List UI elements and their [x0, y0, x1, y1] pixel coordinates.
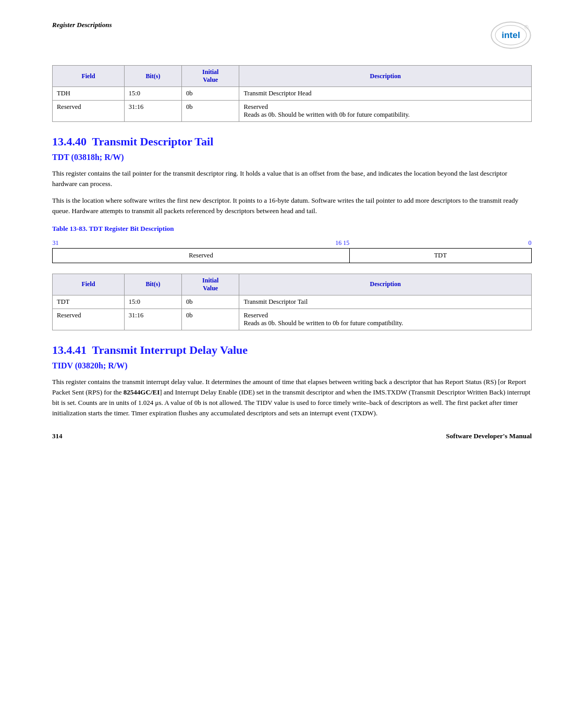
bit-label-0: 0: [349, 236, 531, 249]
bit-cell-reserved: Reserved: [53, 248, 350, 263]
svg-text:intel: intel: [501, 30, 520, 40]
col-header-desc-2: Description: [239, 274, 532, 295]
cell-desc: Transmit Descriptor Head: [239, 87, 532, 101]
bit-cell-tdt: TDT: [349, 248, 531, 263]
cell-desc: ReservedReads as 0b. Should be written w…: [239, 101, 532, 122]
cell-field: TDH: [53, 87, 125, 101]
header-title: Register Descriptions: [52, 21, 112, 29]
col-header-bits: Bit(s): [124, 66, 181, 87]
cell-desc: Transmit Descriptor Tail: [239, 295, 532, 309]
bit-diagram-tdt: 31 16 15 0 Reserved TDT: [52, 236, 532, 263]
cell-field: Reserved: [53, 309, 125, 330]
document-title: Software Developer's Manual: [446, 432, 532, 440]
page-footer: 314 Software Developer's Manual: [0, 432, 563, 440]
col-header-field: Field: [53, 66, 125, 87]
col-header-initial: InitialValue: [182, 66, 239, 87]
col-header-field-2: Field: [53, 274, 125, 295]
cell-initial: 0b: [182, 87, 239, 101]
col-header-bits-2: Bit(s): [124, 274, 181, 295]
bit-cell-row: Reserved TDT: [53, 248, 532, 263]
tdt-table: Field Bit(s) InitialValue Description TD…: [52, 274, 532, 330]
page-number: 314: [52, 432, 63, 440]
bit-label-16-15: 16 15: [292, 236, 349, 249]
cell-initial: 0b: [182, 101, 239, 122]
cell-field: TDT: [53, 295, 125, 309]
section-2-register: TIDV (03820h; R/W): [52, 361, 532, 371]
upper-table: Field Bit(s) InitialValue Description TD…: [52, 65, 532, 122]
section-2-para: This register contains the transmit inte…: [52, 377, 532, 419]
cell-bits: 31:16: [124, 309, 181, 330]
cell-initial: 0b: [182, 295, 239, 309]
intel-logo: intel ®: [490, 21, 532, 50]
table-row: TDH 15:0 0b Transmit Descriptor Head: [53, 87, 532, 101]
bit-label-row: 31 16 15 0: [53, 236, 532, 249]
table-row: TDT 15:0 0b Transmit Descriptor Tail: [53, 295, 532, 309]
col-header-initial-2: InitialValue: [182, 274, 239, 295]
bit-label-31: 31: [53, 236, 292, 249]
cell-desc: ReservedReads as 0b. Should be written t…: [239, 309, 532, 330]
page-header: Register Descriptions intel ®: [52, 21, 532, 50]
table-row: Reserved 31:16 0b ReservedReads as 0b. S…: [53, 309, 532, 330]
svg-text:®: ®: [524, 24, 529, 30]
table-caption-1: Table 13-83. TDT Register Bit Descriptio…: [52, 225, 532, 233]
cell-field: Reserved: [53, 101, 125, 122]
cell-bits: 15:0: [124, 295, 181, 309]
section-1-register: TDT (03818h; R/W): [52, 153, 532, 162]
cell-bits: 15:0: [124, 87, 181, 101]
section-2-title: 13.4.41 Transmit Interrupt Delay Value: [52, 343, 532, 357]
cell-initial: 0b: [182, 309, 239, 330]
table-row: Reserved 31:16 0b ReservedReads as 0b. S…: [53, 101, 532, 122]
section-1-title: 13.4.40 Transmit Descriptor Tail: [52, 135, 532, 149]
section-1-para-1: This register contains the tail pointer …: [52, 168, 532, 189]
section-1-para-2: This is the location where software writ…: [52, 195, 532, 216]
col-header-desc: Description: [239, 66, 532, 87]
cell-bits: 31:16: [124, 101, 181, 122]
